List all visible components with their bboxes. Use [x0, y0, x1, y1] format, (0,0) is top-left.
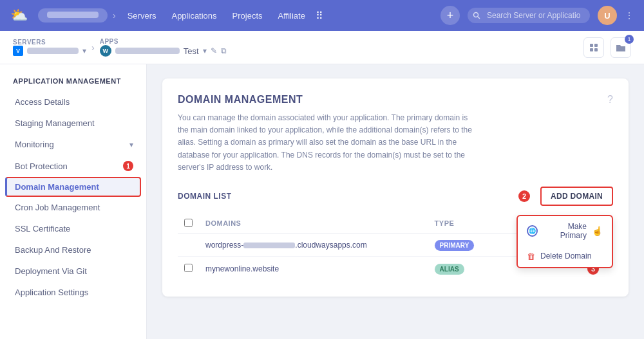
monitoring-chevron-icon: ▾ — [129, 140, 133, 149]
row2-checkbox[interactable] — [184, 264, 193, 272]
avatar: U — [598, 6, 617, 25]
nav-servers[interactable]: Servers — [128, 11, 156, 21]
app-name-blurred — [115, 48, 180, 54]
alias-badge: ALIAS — [435, 264, 464, 275]
sidebar-label-deployment: Deployment Via Git — [15, 266, 87, 276]
row2-actions-cell: 3 🌐 Make Primary ☝ 🗑 — [497, 256, 613, 281]
row2-domain-cell: mynewonline.website — [199, 256, 428, 281]
col-domains-header: DOMAINS — [199, 214, 428, 234]
make-primary-menu-item[interactable]: 🌐 Make Primary ☝ — [518, 216, 612, 246]
sidebar-label-access-details: Access Details — [15, 97, 70, 107]
delete-domain-label: Delete Domain — [540, 252, 591, 261]
topnav-app-name[interactable] — [38, 8, 108, 23]
sidebar-item-domain-management[interactable]: Domain Management — [5, 177, 141, 197]
table-view-icon[interactable] — [583, 37, 604, 58]
sidebar-label-staging: Staging Management — [15, 118, 95, 128]
sidebar-item-access-details[interactable]: Access Details — [0, 91, 146, 113]
row2-domain-text: mynewonline.website — [205, 264, 279, 273]
domain-management-card: DOMAIN MANAGEMENT You can manage the dom… — [162, 78, 629, 297]
add-domain-button[interactable]: ADD DOMAIN — [540, 187, 613, 206]
domain-list-header: DOMAIN LIST 2 ADD DOMAIN — [178, 187, 613, 206]
cloud-icon: ⛅ — [10, 7, 28, 24]
select-all-checkbox[interactable] — [184, 219, 193, 227]
sidebar-item-deployment[interactable]: Deployment Via Git — [0, 261, 146, 282]
servers-label: Servers — [13, 39, 86, 46]
sidebar-section-title: Application Management — [0, 77, 146, 91]
app-tag: Test — [184, 46, 199, 56]
wordpress-icon: W — [100, 45, 111, 57]
add-domain-wrapper: 2 ADD DOMAIN — [518, 187, 613, 206]
col-checkbox — [178, 214, 199, 234]
svg-rect-5 — [594, 48, 598, 51]
make-primary-label: Make Primary — [543, 222, 587, 240]
context-menu-wrapper: 3 🌐 Make Primary ☝ 🗑 — [587, 263, 607, 275]
row1-type-cell: PRIMARY — [428, 234, 497, 256]
sidebar-item-ssl[interactable]: SSL Certificate — [0, 218, 146, 239]
delete-icon: 🗑 — [527, 252, 535, 261]
sidebar-label-app-settings: Application Settings — [15, 288, 88, 297]
context-menu: 🌐 Make Primary ☝ 🗑 Delete Domain — [516, 215, 613, 268]
delete-domain-menu-item[interactable]: 🗑 Delete Domain — [518, 246, 612, 267]
servers-breadcrumb: Servers V ▾ — [13, 39, 86, 56]
apps-breadcrumb: Apps W Test ▾ ✎ ⧉ — [100, 38, 227, 57]
breadcrumb-bar: Servers V ▾ › Apps W Test ▾ ✎ ⧉ 1 — [0, 31, 644, 64]
external-link-icon[interactable]: ⧉ — [221, 46, 227, 55]
breadcrumb-right-icons: 1 — [583, 37, 631, 58]
domain-table: DOMAINS TYPE wordpress-.cloudwaysapps.co… — [178, 214, 613, 281]
edit-icon[interactable]: ✎ — [211, 46, 217, 55]
topnav-arrow-icon: › — [113, 10, 116, 21]
server-value: V ▾ — [13, 46, 86, 56]
folder-badge: 1 — [625, 35, 634, 44]
top-navigation: ⛅ › Servers Applications Projects Affili… — [0, 0, 644, 31]
sidebar-item-cron-job[interactable]: Cron Job Management — [0, 197, 146, 218]
row1-domain-blurred — [243, 243, 295, 248]
grid-icon[interactable]: ⠿ — [316, 10, 323, 22]
row1-checkbox-cell — [178, 234, 199, 256]
domain-list-title: DOMAIN LIST — [178, 192, 232, 201]
row1-domain-cell: wordpress-.cloudwaysapps.com — [199, 234, 428, 256]
app-value: W Test ▾ ✎ ⧉ — [100, 45, 227, 57]
sidebar-item-app-settings[interactable]: Application Settings — [0, 282, 146, 303]
nav-affiliate[interactable]: Affiliate — [278, 11, 305, 21]
row1-domain-text: wordpress- — [205, 241, 243, 250]
main-layout: Application Management Access Details St… — [0, 64, 644, 339]
sidebar: Application Management Access Details St… — [0, 64, 147, 339]
sidebar-label-ssl: SSL Certificate — [15, 224, 70, 234]
help-icon[interactable]: ? — [607, 94, 613, 105]
col-type-header: TYPE — [428, 214, 497, 234]
folder-icon[interactable]: 1 — [611, 37, 631, 58]
server-name-blurred — [27, 48, 79, 54]
globe-icon: 🌐 — [527, 225, 538, 237]
more-options-icon[interactable]: ⋮ — [625, 10, 634, 21]
topnav-right: + U ⋮ — [440, 6, 634, 25]
apps-label: Apps — [100, 38, 227, 45]
server-chevron-icon[interactable]: ▾ — [82, 46, 86, 55]
brand-logo: ⛅ — [10, 7, 28, 24]
svg-rect-4 — [590, 48, 593, 51]
sidebar-item-staging[interactable]: Staging Management — [0, 113, 146, 134]
breadcrumb-arrow-icon: › — [91, 42, 95, 53]
nav-projects[interactable]: Projects — [232, 11, 263, 21]
card-title: DOMAIN MANAGEMENT — [178, 94, 474, 105]
sidebar-label-backup: Backup And Restore — [15, 245, 91, 255]
sidebar-label-cron-job: Cron Job Management — [15, 203, 100, 212]
row1-domain-suffix: .cloudwaysapps.com — [295, 241, 366, 250]
sidebar-item-bot-protection[interactable]: Bot Protection 1 — [0, 155, 146, 177]
card-description: You can manage the domain associated wit… — [178, 112, 474, 174]
add-button[interactable]: + — [440, 6, 460, 25]
sidebar-item-backup[interactable]: Backup And Restore — [0, 239, 146, 261]
table-row: mynewonline.website ALIAS 3 — [178, 256, 613, 281]
content-area: DOMAIN MANAGEMENT You can manage the dom… — [147, 64, 644, 339]
nav-applications[interactable]: Applications — [171, 11, 216, 21]
app-chevron-icon[interactable]: ▾ — [203, 46, 207, 55]
search-input[interactable] — [468, 8, 590, 23]
sidebar-label-domain-management: Domain Management — [15, 182, 99, 192]
vultr-icon: V — [13, 46, 23, 56]
row2-checkbox-cell — [178, 256, 199, 281]
card-header-left: DOMAIN MANAGEMENT You can manage the dom… — [178, 94, 474, 174]
sidebar-label-monitoring: Monitoring — [15, 140, 54, 149]
svg-rect-3 — [594, 44, 598, 47]
add-domain-badge: 2 — [518, 190, 530, 202]
sidebar-item-monitoring[interactable]: Monitoring ▾ — [0, 134, 146, 155]
row2-type-cell: ALIAS — [428, 256, 497, 281]
